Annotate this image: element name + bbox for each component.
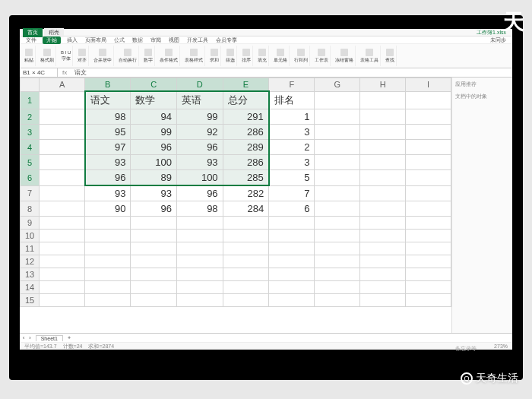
ribbon-sum[interactable]: 求和 (208, 46, 221, 66)
sync-status[interactable]: 未同步 (489, 36, 508, 44)
menu-file[interactable]: 文件 (24, 36, 38, 44)
row-header-1[interactable]: 1 (21, 91, 40, 109)
cell-E4[interactable]: 289 (223, 140, 269, 155)
cell-H11[interactable] (360, 242, 406, 255)
zoom-level[interactable]: 273% (494, 344, 508, 349)
cell-B8[interactable]: 90 (85, 201, 131, 217)
cell-C10[interactable] (131, 230, 177, 242)
cell-I1[interactable] (406, 91, 451, 109)
cell-F4[interactable]: 2 (269, 140, 315, 155)
cell-A13[interactable] (40, 268, 85, 281)
cell-F8[interactable]: 6 (269, 201, 315, 217)
cell-H2[interactable] (360, 109, 406, 125)
cell-D9[interactable] (177, 217, 223, 230)
cell-H14[interactable] (360, 281, 406, 294)
cell-B11[interactable] (85, 242, 131, 255)
col-header-C[interactable]: C (131, 78, 177, 92)
ribbon-format-painter[interactable]: 格式刷 (39, 46, 56, 66)
ribbon-find[interactable]: 查找 (384, 46, 397, 66)
ribbon-align[interactable]: 对齐 (76, 46, 89, 66)
cell-C7[interactable]: 93 (131, 185, 177, 201)
cell-C6[interactable]: 89 (131, 170, 177, 186)
cell-G4[interactable] (315, 140, 360, 155)
menu-formula[interactable]: 公式 (112, 36, 126, 44)
cell-A9[interactable] (40, 217, 85, 230)
sheet-tab[interactable]: Sheet1 (36, 335, 63, 341)
cell-F2[interactable]: 1 (269, 109, 315, 125)
cell-G11[interactable] (315, 242, 360, 255)
cell-B15[interactable] (85, 294, 131, 307)
cell-G6[interactable] (315, 170, 360, 186)
ribbon-merge[interactable]: 合并居中 (92, 46, 114, 66)
ribbon-font[interactable]: B I U字体 (59, 46, 73, 66)
ribbon-number[interactable]: 数字 (142, 46, 155, 66)
ribbon-table-tools[interactable]: 表格工具 (359, 46, 381, 66)
cell-I5[interactable] (406, 155, 451, 170)
cell-C11[interactable] (131, 242, 177, 255)
cell-I2[interactable] (406, 109, 451, 125)
cell-D13[interactable] (177, 268, 223, 281)
cell-G15[interactable] (315, 294, 360, 307)
formula-input[interactable]: 语文 (71, 68, 512, 77)
cell-E1[interactable]: 总分 (223, 91, 269, 109)
col-header-G[interactable]: G (315, 78, 360, 92)
menu-insert[interactable]: 插入 (65, 36, 79, 44)
cell-E6[interactable]: 285 (223, 170, 269, 186)
cell-E15[interactable] (223, 294, 269, 307)
cell-C13[interactable] (131, 268, 177, 281)
cell-A2[interactable] (40, 109, 85, 125)
cell-F1[interactable]: 排名 (269, 91, 315, 109)
cell-G8[interactable] (315, 201, 360, 217)
cell-G7[interactable] (315, 185, 360, 201)
cell-A6[interactable] (40, 170, 85, 186)
cell-B7[interactable]: 93 (85, 185, 131, 201)
menu-dev[interactable]: 开发工具 (185, 36, 210, 44)
col-header-F[interactable]: F (269, 78, 315, 92)
menu-data[interactable]: 数据 (131, 36, 144, 44)
cell-F15[interactable] (269, 294, 315, 307)
cell-B3[interactable]: 95 (85, 125, 131, 140)
cell-H4[interactable] (360, 140, 406, 155)
row-header-5[interactable]: 5 (21, 155, 40, 170)
name-box[interactable]: B1 × 4C (20, 68, 58, 77)
cell-C12[interactable] (131, 255, 177, 268)
ribbon-cell[interactable]: 单元格 (272, 46, 290, 66)
cell-C8[interactable]: 96 (131, 201, 177, 217)
cell-I8[interactable] (406, 201, 451, 217)
row-header-4[interactable]: 4 (21, 140, 40, 155)
cell-I13[interactable] (406, 268, 451, 281)
cell-F3[interactable]: 3 (269, 125, 315, 140)
cell-A12[interactable] (40, 255, 85, 268)
row-header-7[interactable]: 7 (21, 185, 40, 201)
cell-D12[interactable] (177, 255, 223, 268)
menu-layout[interactable]: 页面布局 (84, 36, 108, 44)
cell-G9[interactable] (315, 217, 360, 230)
cell-F11[interactable] (269, 242, 315, 255)
ribbon-condition[interactable]: 条件格式 (158, 46, 180, 66)
col-header-E[interactable]: E (223, 78, 269, 92)
cell-A7[interactable] (40, 185, 85, 201)
cell-B13[interactable] (85, 268, 131, 281)
cell-A3[interactable] (40, 125, 85, 140)
cell-E14[interactable] (223, 281, 269, 294)
cell-H1[interactable] (360, 91, 406, 109)
cell-A1[interactable] (40, 91, 85, 109)
ribbon-sheet[interactable]: 工作表 (313, 46, 331, 66)
cell-G3[interactable] (315, 125, 360, 140)
row-header-10[interactable]: 10 (21, 230, 40, 242)
cell-I11[interactable] (406, 242, 451, 255)
row-header-15[interactable]: 15 (21, 294, 40, 307)
cell-D4[interactable]: 96 (177, 140, 223, 155)
cell-E10[interactable] (223, 230, 269, 242)
cell-C3[interactable]: 99 (131, 125, 177, 140)
cell-B12[interactable] (85, 255, 131, 268)
cell-E11[interactable] (223, 242, 269, 255)
cell-G2[interactable] (315, 109, 360, 125)
cell-C15[interactable] (131, 294, 177, 307)
ribbon-rowcol[interactable]: 行和列 (293, 46, 310, 66)
cell-D14[interactable] (177, 281, 223, 294)
cell-D2[interactable]: 99 (177, 109, 223, 125)
cell-H9[interactable] (360, 217, 406, 230)
cell-H5[interactable] (360, 155, 406, 170)
fx-icon[interactable]: fx (58, 69, 71, 76)
